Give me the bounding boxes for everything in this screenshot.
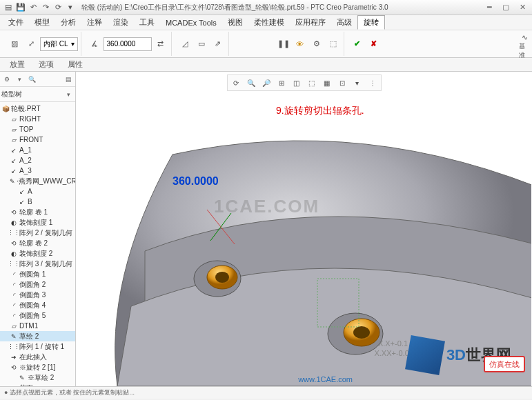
play-preview-icon[interactable]: 👁 <box>293 37 308 52</box>
tree-search-icon[interactable]: 🔍 <box>26 74 37 85</box>
direction-icon[interactable]: ⇗ <box>210 37 226 52</box>
tree-node[interactable]: ↙A <box>0 186 75 197</box>
tree-node[interactable]: ◜倒圆角 2 <box>0 279 75 290</box>
pause-icon[interactable]: ❚❚ <box>276 37 291 52</box>
flip-icon[interactable]: ⇄ <box>153 37 168 52</box>
model-tree-panel: ⚙ ▾ 🔍 ▤ 模型树 ▾ 📦轮毂.PRT▱RIGHT▱TOP▱FRONT↙A_… <box>0 72 76 386</box>
save-icon[interactable]: 💾 <box>15 2 26 13</box>
menu-模型[interactable]: 模型 <box>29 15 55 30</box>
tree-node[interactable]: ⋮⋮阵列 2 / 复制几何 <box>0 228 75 238</box>
status-bar: ● 选择点视图元素，或者 按住的元素复制粘贴... <box>0 386 532 399</box>
tree-node-label: 阵列 2 / 复制几何 <box>19 228 72 238</box>
menu-视图[interactable]: 视图 <box>222 15 248 30</box>
tree-node[interactable]: ⟲※旋转 2 [1] <box>0 362 75 372</box>
tree-node-icon: ▱ <box>10 136 18 144</box>
subtab-属性[interactable]: 属性 <box>61 58 90 71</box>
tree-node[interactable]: ↙A_2 <box>0 155 75 166</box>
remove-material-icon[interactable]: ◿ <box>177 37 193 52</box>
angle-dimension[interactable]: 360.0000 <box>173 175 219 188</box>
angle-input[interactable]: 360.0000 <box>104 37 152 51</box>
tree-node[interactable]: ↙A_1 <box>0 145 75 155</box>
angle-icon[interactable]: ∡ <box>87 37 102 52</box>
tree-node[interactable]: ⟲轮廓 卷 1 <box>0 207 75 217</box>
tree-node-label: 轮毂.PRT <box>11 104 41 114</box>
tree-node[interactable]: ▱RIGHT <box>0 114 75 124</box>
ok-button[interactable]: ✔ <box>350 37 365 52</box>
placement-dropdown-value: 内部 CL <box>43 39 68 49</box>
tree-node[interactable]: ◜倒圆角 5 <box>0 310 75 321</box>
close-button[interactable]: ✕ <box>515 3 529 12</box>
graphics-viewport[interactable]: ⟳🔍🔎⊞◫⬚▦⊡▾⋮ <box>76 72 532 386</box>
tree-node[interactable]: ◐装饰刻度 2 <box>0 248 75 259</box>
tree-settings-icon[interactable]: ⚙ <box>1 74 12 85</box>
menu-高级[interactable]: 高级 <box>331 15 357 30</box>
tree-node-label: B <box>28 198 32 206</box>
tree-node[interactable]: ◐装饰刻度 1 <box>0 217 75 228</box>
tree-node[interactable]: ◜倒圆角 3 <box>0 290 75 300</box>
tree-node[interactable]: ▱DTM1 <box>0 321 75 331</box>
svg-point-5 <box>353 326 370 339</box>
tree-display-icon[interactable]: ▾ <box>14 74 25 85</box>
subtab-放置[interactable]: 放置 <box>3 58 32 71</box>
tree-node[interactable]: ⋮⋮阵列 1 / 旋转 1 <box>0 341 75 352</box>
tree-node[interactable]: ✎草绘 2 <box>0 331 75 341</box>
window-controls: ━ ▢ ✕ <box>482 3 529 12</box>
tree-node[interactable]: ▱FRONT <box>0 134 75 145</box>
menu-注释[interactable]: 注释 <box>81 15 108 30</box>
placement-dropdown[interactable]: 内部 CL ▾ <box>40 37 78 51</box>
logo-text-1: 3D <box>446 346 466 363</box>
tree-node[interactable]: ◜倒圆角 1 <box>0 269 75 279</box>
window-title: 轮毂 (活动的) E:\Creo工作目录\工作文件\0728\看图造型_轮毂\轮… <box>76 3 482 12</box>
maximize-button[interactable]: ▢ <box>499 3 513 12</box>
undo-icon[interactable]: ↶ <box>28 2 39 13</box>
tree-node-icon: ◜ <box>10 281 18 289</box>
feature-options-icon[interactable]: ⚙ <box>309 37 324 52</box>
tree-node[interactable]: ⋮⋮阵列 3 / 复制几何 <box>0 259 75 269</box>
menu-MCADEx Tools[interactable]: MCADEx Tools <box>160 15 222 30</box>
qat-dropdown-icon[interactable]: ▾ <box>65 2 76 13</box>
tree-node[interactable]: ✎·燕秀网_WWW_CREOUG_C <box>0 176 75 186</box>
tree-node-label: 阵列 1 / 旋转 1 <box>19 342 64 352</box>
tree-node-icon: ◜ <box>10 291 18 299</box>
tree-node-label: 轮廓 卷 2 <box>19 239 48 248</box>
tree-node-label: 阵列 3 / 复制几何 <box>19 259 72 269</box>
tree-node-icon: ◐ <box>10 219 18 227</box>
thicken-icon[interactable]: ▭ <box>194 37 209 52</box>
ribbon-panel: ▨ ⤢ 内部 CL ▾ ∡ 360.0000 ⇄ ◿ ▭ ⇗ ❚❚ 👁 ⚙ ⬚ … <box>0 30 532 58</box>
regen-icon[interactable]: ⟳ <box>52 2 63 13</box>
tree-node-icon: ⋮⋮ <box>10 260 18 268</box>
menu-分析[interactable]: 分析 <box>55 15 81 30</box>
menu-旋转[interactable]: 旋转 <box>357 15 385 30</box>
menu-文件[interactable]: 文件 <box>3 15 29 30</box>
tree-filter-icon[interactable]: ▤ <box>63 74 74 85</box>
menu-应用程序[interactable]: 应用程序 <box>290 15 331 30</box>
tree-node[interactable]: ↙B <box>0 197 75 207</box>
axis-icon[interactable]: ⤢ <box>23 37 39 52</box>
menu-渲染[interactable]: 渲染 <box>108 15 134 30</box>
tree-node[interactable]: ✎※草绘 2 <box>0 372 75 383</box>
tree-node-label: ※草绘 2 <box>28 373 54 383</box>
verify-icon[interactable]: ⬚ <box>326 37 341 52</box>
tree-node[interactable]: ⟲轮廓 卷 2 <box>0 238 75 248</box>
subtab-选项[interactable]: 选项 <box>32 58 61 71</box>
menu-工具[interactable]: 工具 <box>134 15 160 30</box>
cancel-button[interactable]: ✘ <box>366 37 382 52</box>
redo-icon[interactable]: ↷ <box>40 2 51 13</box>
tree-node[interactable]: 📦轮毂.PRT <box>0 103 75 114</box>
cube-icon <box>405 335 445 375</box>
tree-node-label: 装饰刻度 2 <box>19 249 52 259</box>
tree-node[interactable]: ◜倒圆角 4 <box>0 300 75 310</box>
tree-node-label: ※旋转 2 [1] <box>19 363 55 372</box>
datum-toggle-icon[interactable]: ∿ <box>519 32 530 43</box>
app-menu-icon[interactable]: ▤ <box>3 2 14 13</box>
tree-node[interactable]: ➜在此插入 <box>0 352 75 362</box>
minimize-button[interactable]: ━ <box>482 3 496 12</box>
model-tree[interactable]: 📦轮毂.PRT▱RIGHT▱TOP▱FRONT↙A_1↙A_2↙A_3✎·燕秀网… <box>0 102 75 386</box>
tree-node[interactable]: ▱TOP <box>0 124 75 134</box>
tree-node-icon: ◜ <box>10 301 18 310</box>
tree-node[interactable]: ↙A_3 <box>0 166 75 176</box>
sketch-icon[interactable]: ▨ <box>7 37 22 52</box>
menu-柔性建模[interactable]: 柔性建模 <box>248 15 290 30</box>
tree-node[interactable]: ◫截面 <box>0 383 75 386</box>
tree-options-icon[interactable]: ▾ <box>63 89 74 100</box>
